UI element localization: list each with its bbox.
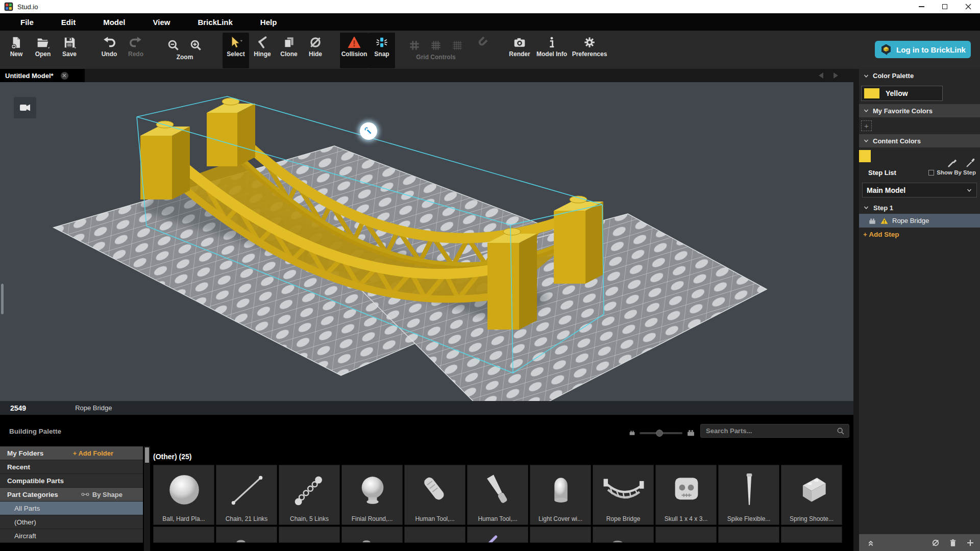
viewport-3d[interactable] bbox=[0, 82, 853, 401]
zoom-out-icon[interactable] bbox=[167, 39, 180, 52]
hide-tool-button[interactable]: Hide bbox=[302, 33, 329, 68]
hide-step-icon[interactable] bbox=[931, 538, 940, 547]
part-tile-ball[interactable]: Ball, Hard Pla... bbox=[153, 465, 214, 525]
render-button[interactable]: Render bbox=[505, 33, 534, 68]
zoom-button[interactable]: Zoom bbox=[160, 33, 209, 68]
content-colors-header[interactable]: Content Colors bbox=[859, 134, 980, 147]
category-all-parts[interactable]: All Parts bbox=[0, 502, 143, 515]
add-favorite-color-button[interactable]: + bbox=[861, 120, 872, 131]
camera-view-button[interactable] bbox=[14, 97, 36, 118]
collapse-all-icon[interactable] bbox=[866, 538, 875, 547]
snap-toggle-button[interactable]: Snap bbox=[369, 33, 395, 68]
connection-tool-badge[interactable] bbox=[360, 122, 377, 140]
part-tile-chain-21[interactable]: Chain, 21 Links bbox=[216, 465, 277, 525]
menu-view[interactable]: View bbox=[145, 18, 179, 27]
open-button[interactable]: Open bbox=[30, 33, 56, 68]
current-color-box[interactable]: Yellow bbox=[861, 86, 943, 101]
thumbnail-size-slider[interactable] bbox=[629, 429, 695, 437]
part-tile-hidden[interactable] bbox=[593, 527, 654, 543]
chevron-down-icon bbox=[966, 187, 972, 193]
part-tile-human-tool-2[interactable]: Human Tool,... bbox=[467, 465, 528, 525]
part-tile-hidden[interactable] bbox=[216, 527, 277, 543]
minimize-button[interactable] bbox=[910, 0, 933, 13]
preferences-button[interactable]: Preferences bbox=[570, 33, 609, 68]
search-icon[interactable] bbox=[837, 427, 845, 435]
history-back-icon[interactable] bbox=[819, 72, 823, 79]
part-tile-finial[interactable]: Finial Round,... bbox=[341, 465, 403, 525]
snap-icon bbox=[375, 36, 388, 49]
tab-close-button[interactable] bbox=[61, 72, 68, 80]
paint-brush-icon[interactable] bbox=[947, 157, 958, 168]
step-item-rope-bridge[interactable]: Rope Bridge bbox=[859, 214, 980, 228]
maximize-icon bbox=[942, 4, 947, 9]
sidebar-part-categories[interactable]: Part Categories By Shape bbox=[0, 488, 143, 502]
bridge-post-front-left bbox=[140, 121, 190, 199]
show-by-step-toggle[interactable]: Show By Step bbox=[928, 169, 976, 176]
login-bricklink-button[interactable]: Log in to BrickLink bbox=[875, 41, 971, 58]
undo-button[interactable]: Undo bbox=[96, 33, 122, 68]
model-info-button[interactable]: Model Info bbox=[534, 33, 570, 68]
zoom-in-icon[interactable] bbox=[189, 39, 203, 52]
step-1-header[interactable]: Step 1 bbox=[859, 202, 980, 214]
part-tile-hidden[interactable] bbox=[153, 527, 214, 543]
category-other[interactable]: (Other) bbox=[0, 515, 143, 529]
menu-bricklink[interactable]: BrickLink bbox=[189, 18, 240, 27]
part-tile-rope-bridge[interactable]: Rope Bridge bbox=[593, 465, 654, 525]
step-item-name: Rope Bridge bbox=[892, 217, 929, 224]
model-dropdown[interactable]: Main Model bbox=[862, 183, 977, 197]
part-tile-hidden[interactable] bbox=[530, 527, 591, 543]
history-forward-icon[interactable] bbox=[834, 72, 838, 79]
slider-knob[interactable] bbox=[656, 430, 663, 437]
select-cursor-icon bbox=[229, 36, 242, 49]
by-shape-toggle[interactable]: By Shape bbox=[81, 491, 122, 498]
save-button[interactable]: Save bbox=[56, 33, 83, 68]
menu-edit[interactable]: Edit bbox=[53, 18, 84, 27]
part-tile-hidden[interactable] bbox=[279, 527, 340, 543]
close-button[interactable] bbox=[957, 0, 980, 13]
my-favorite-colors-header[interactable]: My Favorite Colors bbox=[859, 104, 980, 117]
sidebar-compatible-parts[interactable]: Compatible Parts bbox=[0, 474, 143, 488]
maximize-button[interactable] bbox=[933, 0, 957, 13]
add-folder-button[interactable]: + Add Folder bbox=[73, 449, 113, 457]
part-tile-hidden[interactable] bbox=[467, 527, 528, 543]
grid-controls-label: Grid Controls bbox=[416, 54, 455, 61]
part-tile-human-tool-1[interactable]: Human Tool,... bbox=[404, 465, 465, 525]
clone-tool-button[interactable]: Clone bbox=[276, 33, 302, 68]
part-tile-hidden[interactable] bbox=[655, 527, 717, 543]
hinge-tool-button[interactable]: Hinge bbox=[249, 33, 276, 68]
part-tile-hidden[interactable] bbox=[781, 527, 842, 543]
delete-step-icon[interactable] bbox=[948, 538, 958, 547]
part-tile-chain-5[interactable]: Chain, 5 Links bbox=[279, 465, 340, 525]
part-tile-hidden[interactable] bbox=[341, 527, 403, 543]
sidebar-scrollbar[interactable] bbox=[144, 446, 150, 551]
category-aircraft[interactable]: Aircraft bbox=[0, 529, 143, 543]
menu-file[interactable]: File bbox=[12, 18, 42, 27]
search-parts-input[interactable] bbox=[701, 427, 837, 435]
sidebar-my-folders[interactable]: My Folders + Add Folder bbox=[0, 446, 143, 460]
part-tile-hidden[interactable] bbox=[404, 527, 465, 543]
login-label: Log in to BrickLink bbox=[896, 45, 966, 54]
render-camera-icon bbox=[513, 36, 526, 49]
new-button[interactable]: New bbox=[3, 33, 30, 68]
tab-untitled-model[interactable]: Untitled Model* bbox=[0, 69, 85, 82]
part-tile-hidden[interactable] bbox=[718, 527, 779, 543]
part-tile-spike[interactable]: Spike Flexible... bbox=[718, 465, 779, 525]
add-step-button[interactable]: + Add Step bbox=[859, 231, 980, 238]
color-palette-header[interactable]: Color Palette bbox=[859, 69, 980, 83]
finial-part-thumbnail bbox=[348, 468, 397, 512]
part-tile-skull[interactable]: Skull 1 x 4 x 3... bbox=[655, 465, 717, 525]
menu-model[interactable]: Model bbox=[95, 18, 133, 27]
select-tool-button[interactable]: Select bbox=[223, 33, 249, 68]
show-by-step-checkbox[interactable] bbox=[928, 170, 934, 176]
part-tile-light-cover[interactable]: Light Cover wi... bbox=[530, 465, 591, 525]
menu-help[interactable]: Help bbox=[252, 18, 285, 27]
content-color-yellow-swatch[interactable] bbox=[859, 150, 871, 162]
minimize-icon bbox=[919, 6, 924, 7]
eyedropper-icon[interactable] bbox=[965, 157, 976, 168]
part-tile-spring-shooter[interactable]: Spring Shoote... bbox=[781, 465, 842, 525]
new-label: New bbox=[10, 51, 23, 58]
sidebar-recent[interactable]: Recent bbox=[0, 460, 143, 474]
collision-toggle-button[interactable]: Collision bbox=[340, 33, 369, 68]
slider-track[interactable] bbox=[640, 432, 682, 434]
add-step-plus-icon[interactable] bbox=[966, 538, 975, 547]
